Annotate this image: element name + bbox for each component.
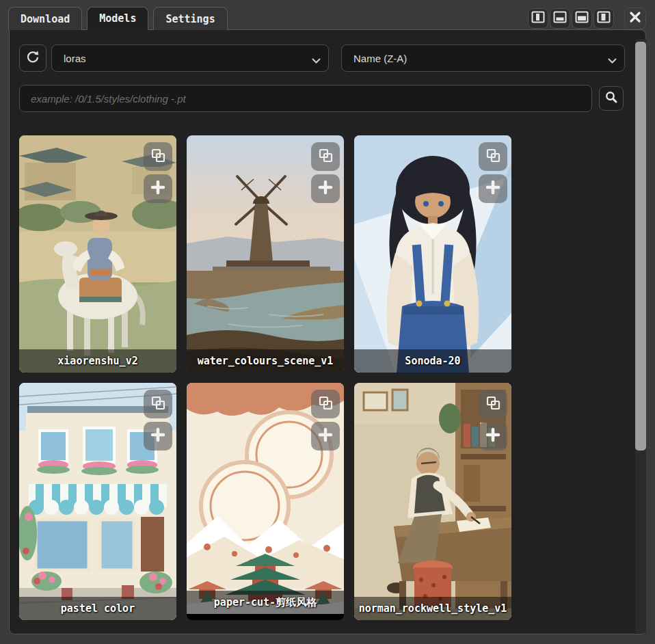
refresh-icon	[25, 49, 40, 67]
add-model-button[interactable]	[144, 174, 172, 203]
plus-icon	[150, 427, 165, 445]
split-left-icon	[531, 11, 545, 26]
panel-bottom-thin-icon	[553, 11, 567, 26]
refresh-button[interactable]	[19, 44, 46, 72]
window-controls	[528, 8, 646, 29]
copy-model-button[interactable]	[311, 142, 340, 171]
duplicate-squares-icon	[317, 147, 334, 166]
model-card-water-colours-scene-v1[interactable]: water_colours_scene_v1	[187, 135, 344, 373]
duplicate-squares-icon	[485, 147, 501, 166]
card-label: xiaorenshu_v2	[19, 349, 176, 373]
tab-models[interactable]: Models	[87, 7, 148, 30]
duplicate-squares-icon	[317, 394, 334, 414]
plus-icon	[318, 180, 333, 198]
copy-model-button[interactable]	[144, 142, 172, 171]
duplicate-squares-icon	[150, 394, 166, 414]
plus-icon	[318, 427, 333, 445]
card-label: norman_rockwell_style_v1	[354, 597, 511, 620]
add-model-button[interactable]	[479, 174, 507, 203]
layout-split-right-button[interactable]	[593, 8, 614, 29]
plus-icon	[150, 180, 165, 198]
add-model-button[interactable]	[479, 422, 507, 451]
add-model-button[interactable]	[311, 422, 340, 451]
duplicate-squares-icon	[485, 394, 501, 414]
card-thumbnail	[354, 383, 511, 620]
close-icon	[629, 11, 641, 26]
copy-model-button[interactable]	[479, 142, 507, 171]
add-model-button[interactable]	[311, 174, 340, 203]
chevron-down-icon	[608, 55, 617, 66]
chevron-down-icon	[312, 55, 321, 66]
duplicate-squares-icon	[150, 147, 166, 166]
tab-settings[interactable]: Settings	[153, 7, 227, 30]
plus-icon	[485, 180, 500, 198]
tab-bar: Download Models Settings	[8, 7, 228, 30]
copy-model-button[interactable]	[144, 390, 172, 418]
split-right-icon	[597, 11, 611, 26]
model-card-sonoda-20[interactable]: Sonoda-20	[354, 135, 511, 373]
add-model-button[interactable]	[144, 422, 172, 451]
card-thumbnail	[187, 135, 344, 373]
model-card-xiaorenshu-v2[interactable]: xiaorenshu_v2	[19, 135, 176, 373]
model-type-select[interactable]: loras	[51, 44, 329, 72]
copy-model-button[interactable]	[479, 390, 507, 418]
card-thumbnail	[19, 383, 176, 620]
model-card-norman-rockwell-style-v1[interactable]: norman_rockwell_style_v1	[354, 383, 511, 620]
search-input[interactable]	[19, 85, 592, 112]
sort-select[interactable]: Name (Z-A)	[341, 44, 625, 72]
scrollbar-thumb[interactable]	[635, 42, 646, 451]
card-label: Sonoda-20	[354, 349, 511, 373]
card-label: water_colours_scene_v1	[187, 349, 344, 373]
model-card-paper-cut[interactable]: paper-cut-剪纸风格	[187, 383, 344, 620]
panel-bottom-half-icon	[575, 11, 589, 26]
sort-value: Name (Z-A)	[353, 53, 407, 64]
model-type-value: loras	[64, 53, 86, 64]
search-button[interactable]	[599, 86, 624, 111]
layout-split-left-button[interactable]	[528, 8, 548, 29]
scrollbar[interactable]	[635, 39, 646, 633]
close-button[interactable]	[624, 8, 646, 29]
card-label: paper-cut-剪纸风格	[187, 591, 344, 614]
model-card-pastel-color[interactable]: pastel color	[19, 383, 176, 620]
search-icon	[604, 90, 618, 107]
copy-model-button[interactable]	[311, 390, 340, 418]
layout-panel-bottom-half-button[interactable]	[572, 8, 592, 29]
card-label: pastel color	[19, 597, 176, 620]
card-thumbnail	[19, 135, 176, 373]
layout-panel-bottom-button[interactable]	[550, 8, 570, 29]
tab-download[interactable]: Download	[8, 7, 82, 30]
card-thumbnail	[354, 135, 511, 373]
plus-icon	[485, 427, 500, 445]
